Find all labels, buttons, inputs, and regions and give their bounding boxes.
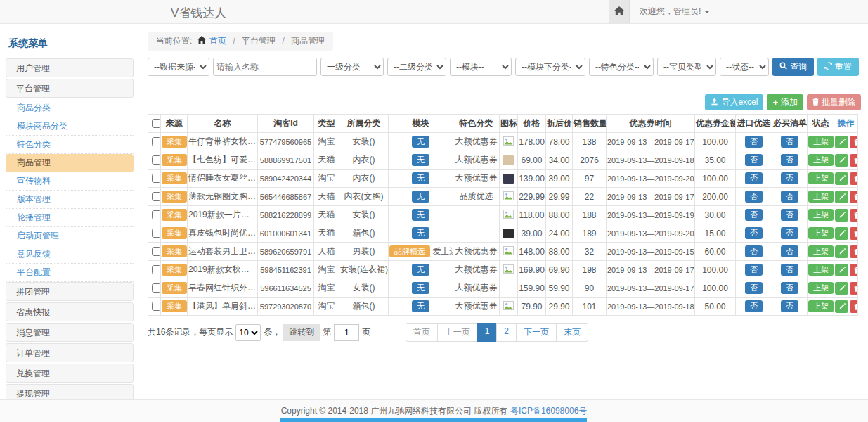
row-checkbox[interactable] (152, 247, 161, 256)
user-menu[interactable]: 欢迎您，管理员! (640, 6, 710, 18)
delete-button[interactable] (850, 154, 858, 167)
delete-button[interactable] (850, 227, 858, 240)
status-on-shelf-button[interactable]: 上架 (808, 191, 834, 203)
must-buy-toggle-badge[interactable]: 否 (781, 300, 798, 312)
edit-button[interactable] (835, 191, 848, 203)
query-button[interactable]: 查询 (772, 58, 814, 76)
edit-button[interactable] (835, 172, 848, 185)
reset-button[interactable]: 重置 (817, 58, 859, 76)
delete-button[interactable] (850, 282, 858, 295)
sidebar-item-订单管理[interactable]: 订单管理 (6, 343, 134, 362)
select-all-checkbox[interactable] (152, 119, 161, 128)
edit-button[interactable] (835, 227, 848, 240)
sidebar-item-平台管理[interactable]: 平台管理 (6, 79, 134, 98)
must-buy-toggle-badge[interactable]: 否 (781, 282, 798, 294)
delete-button[interactable] (850, 245, 858, 258)
status-on-shelf-button[interactable]: 上架 (808, 300, 834, 312)
horizontal-scrollbar-thumb[interactable] (280, 418, 587, 422)
pager-button-末页[interactable]: 末页 (556, 323, 588, 342)
sidebar-item-平台配置[interactable]: 平台配置 (6, 264, 134, 282)
imported-toggle-badge[interactable]: 否 (745, 209, 763, 221)
filter-special-category[interactable]: --特色分类-- (589, 58, 654, 76)
row-checkbox[interactable] (152, 137, 161, 146)
imported-toggle-badge[interactable]: 否 (745, 172, 763, 184)
import-excel-button[interactable]: 导入excel (705, 94, 763, 110)
edit-button[interactable] (835, 136, 848, 148)
imported-toggle-badge[interactable]: 否 (745, 191, 763, 203)
row-checkbox[interactable] (152, 174, 161, 183)
sidebar-item-商品分类[interactable]: 商品分类 (6, 99, 134, 117)
sidebar-item-宣传物料[interactable]: 宣传物料 (6, 172, 134, 191)
delete-button[interactable] (850, 191, 858, 203)
sidebar-item-拼团管理[interactable]: 拼团管理 (6, 282, 134, 301)
delete-button[interactable] (850, 264, 858, 276)
icp-link[interactable]: 粤ICP备16098006号 (510, 405, 587, 417)
imported-toggle-badge[interactable]: 否 (745, 245, 763, 257)
status-on-shelf-button[interactable]: 上架 (808, 209, 834, 221)
row-checkbox[interactable] (152, 210, 161, 219)
sidebar-item-意见反馈[interactable]: 意见反馈 (6, 245, 134, 264)
must-buy-toggle-badge[interactable]: 否 (781, 245, 798, 257)
delete-button[interactable] (850, 172, 858, 185)
pager-button-上一页[interactable]: 上一页 (437, 323, 478, 342)
status-on-shelf-button[interactable]: 上架 (808, 154, 834, 166)
sidebar-item-版本管理[interactable]: 版本管理 (6, 191, 134, 209)
edit-button[interactable] (835, 209, 848, 222)
status-on-shelf-button[interactable]: 上架 (808, 227, 834, 239)
sidebar-item-轮播管理[interactable]: 轮播管理 (6, 209, 134, 227)
edit-button[interactable] (835, 154, 848, 167)
sidebar-item-提现管理[interactable]: 提现管理 (6, 384, 134, 399)
row-checkbox[interactable] (152, 229, 161, 238)
sidebar-item-启动页管理[interactable]: 启动页管理 (6, 227, 134, 245)
sidebar-item-模块商品分类[interactable]: 模块商品分类 (6, 117, 134, 136)
row-checkbox[interactable] (152, 155, 161, 165)
pager-button-1[interactable]: 1 (477, 323, 498, 342)
must-buy-toggle-badge[interactable]: 否 (781, 209, 798, 221)
row-checkbox[interactable] (152, 265, 161, 274)
jump-page-input[interactable] (334, 324, 359, 341)
pager-button-2[interactable]: 2 (496, 323, 517, 342)
must-buy-toggle-badge[interactable]: 否 (781, 227, 798, 239)
sidebar-item-用户管理[interactable]: 用户管理 (6, 58, 134, 77)
delete-button[interactable] (850, 209, 858, 222)
status-on-shelf-button[interactable]: 上架 (808, 264, 834, 276)
filter-module-sub[interactable]: --模块下分类-- (515, 58, 585, 76)
sidebar-item-商品管理[interactable]: 商品管理 (6, 154, 134, 172)
status-on-shelf-button[interactable]: 上架 (808, 136, 834, 148)
per-page-select[interactable]: 10 (235, 324, 261, 341)
imported-toggle-badge[interactable]: 否 (745, 300, 763, 312)
status-on-shelf-button[interactable]: 上架 (808, 245, 834, 257)
delete-button[interactable] (850, 136, 858, 148)
filter-module[interactable]: --模块-- (450, 58, 512, 76)
status-on-shelf-button[interactable]: 上架 (808, 172, 834, 184)
row-checkbox[interactable] (152, 283, 161, 293)
filter-name-input[interactable] (213, 58, 317, 76)
imported-toggle-badge[interactable]: 否 (745, 282, 763, 294)
edit-button[interactable] (835, 282, 848, 295)
delete-button[interactable] (850, 300, 858, 313)
filter-item-type[interactable]: --宝贝类型-- (657, 58, 716, 76)
row-checkbox[interactable] (152, 302, 161, 311)
pager-button-下一页[interactable]: 下一页 (516, 323, 557, 342)
sidebar-item-兑换管理[interactable]: 兑换管理 (6, 364, 134, 383)
must-buy-toggle-badge[interactable]: 否 (781, 264, 798, 276)
sidebar-item-消息管理[interactable]: 消息管理 (6, 323, 134, 342)
filter-level1-category[interactable]: 一级分类 (320, 58, 384, 76)
must-buy-toggle-badge[interactable]: 否 (781, 154, 798, 166)
must-buy-toggle-badge[interactable]: 否 (781, 191, 798, 203)
imported-toggle-badge[interactable]: 否 (745, 136, 763, 148)
filter-level2-category[interactable]: --二级分类-- (387, 58, 446, 76)
edit-button[interactable] (835, 264, 848, 276)
sidebar-item-省惠快报[interactable]: 省惠快报 (6, 302, 134, 321)
status-on-shelf-button[interactable]: 上架 (808, 282, 834, 294)
filter-data-source[interactable]: --数据来源-- (148, 58, 209, 76)
imported-toggle-badge[interactable]: 否 (745, 154, 763, 166)
add-button[interactable]: + 添加 (767, 94, 803, 110)
batch-delete-button[interactable]: 批量删除 (807, 94, 861, 110)
imported-toggle-badge[interactable]: 否 (745, 227, 763, 239)
home-button[interactable] (609, 0, 630, 23)
breadcrumb-home-link[interactable]: 首页 (209, 36, 226, 46)
sidebar-item-特色分类[interactable]: 特色分类 (6, 136, 134, 154)
edit-button[interactable] (835, 245, 848, 258)
must-buy-toggle-badge[interactable]: 否 (781, 136, 798, 148)
